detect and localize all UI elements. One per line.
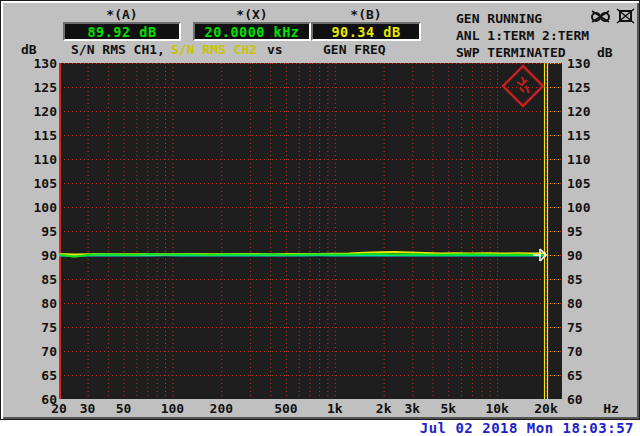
y-tick-label-right: 105 xyxy=(567,176,601,191)
swp-status: SWP TERMINATED xyxy=(456,45,566,59)
y-tick-label-right: 95 xyxy=(567,224,601,239)
y-tick-label-right: 115 xyxy=(567,128,601,143)
y-tick-label-right: 80 xyxy=(567,296,601,311)
y-tick-label-left: 120 xyxy=(23,104,57,119)
y-tick-label-left: 95 xyxy=(23,224,57,239)
y-tick-label-left: 75 xyxy=(23,320,57,335)
y-tick-label-right: 110 xyxy=(567,152,601,167)
y-tick-label-left: 105 xyxy=(23,176,57,191)
gen-status: GEN RUNNING xyxy=(456,11,542,25)
y-tick-label-right: 125 xyxy=(567,80,601,95)
y-tick-label-left: 115 xyxy=(23,128,57,143)
readout-x-value: 20.0000 kHz xyxy=(205,24,300,40)
monitor-muted-icon[interactable] xyxy=(616,8,636,28)
readout-x-box[interactable]: 20.0000 kHz xyxy=(193,22,311,41)
readout-b-box[interactable]: 90.34 dB xyxy=(311,22,421,41)
legend-x-name: GEN FREQ xyxy=(323,42,386,56)
sweep-graph[interactable] xyxy=(59,63,562,399)
legend-ch1: S/N RMS CH1, xyxy=(71,42,165,56)
y-tick-label-left: 65 xyxy=(23,368,57,383)
y-tick-label-left: 70 xyxy=(23,344,57,359)
x-tick-label: 200 xyxy=(199,401,243,416)
readout-a-box[interactable]: 89.92 dB xyxy=(63,22,181,41)
readout-b-label: *(B) xyxy=(311,7,421,21)
y-tick-label-left: 125 xyxy=(23,80,57,95)
y-tick-label-right: 120 xyxy=(567,104,601,119)
legend-vs: vs xyxy=(267,42,283,56)
x-tick-label: 5k xyxy=(426,401,470,416)
datetime-display: Jul 02 2018 Mon 18:03:57 xyxy=(420,420,634,436)
anl-status: ANL 1:TERM 2:TERM xyxy=(456,28,589,42)
readout-x-label: *(X) xyxy=(193,7,311,21)
y-tick-label-right: 65 xyxy=(567,368,601,383)
footer-statusbar: Jul 02 2018 Mon 18:03:57 xyxy=(0,420,640,436)
y-tick-label-right: 85 xyxy=(567,272,601,287)
y-tick-label-right: 70 xyxy=(567,344,601,359)
y-tick-label-left: 130 xyxy=(23,56,57,71)
readout-b-value: 90.34 dB xyxy=(331,24,400,40)
readout-a-value: 89.92 dB xyxy=(87,24,156,40)
speaker-muted-icon[interactable] xyxy=(590,8,612,28)
x-tick-label: 500 xyxy=(264,401,308,416)
left-axis-unit: dB xyxy=(21,42,37,56)
y-tick-label-left: 80 xyxy=(23,296,57,311)
measurement-panel: *(A) *(X) *(B) 89.92 dB 20.0000 kHz 90.3… xyxy=(0,0,640,420)
y-tick-label-right: 75 xyxy=(567,320,601,335)
x-tick-label: 10k xyxy=(475,401,519,416)
y-tick-label-left: 85 xyxy=(23,272,57,287)
x-tick-label: 20k xyxy=(524,401,568,416)
legend-ch2: S/N RMS CH2 xyxy=(171,42,257,56)
y-tick-label-right: 130 xyxy=(567,56,601,71)
y-tick-label-left: 100 xyxy=(23,200,57,215)
x-tick-label: 100 xyxy=(150,401,194,416)
y-tick-label-left: 110 xyxy=(23,152,57,167)
y-tick-label-right: 100 xyxy=(567,200,601,215)
analyzer-screen: *(A) *(X) *(B) 89.92 dB 20.0000 kHz 90.3… xyxy=(0,0,640,436)
readout-a-label: *(A) xyxy=(63,7,181,21)
y-tick-label-right: 60 xyxy=(567,392,601,407)
x-tick-label: 1k xyxy=(313,401,357,416)
y-tick-label-right: 90 xyxy=(567,248,601,263)
y-tick-label-left: 90 xyxy=(23,248,57,263)
x-tick-label: 50 xyxy=(102,401,146,416)
